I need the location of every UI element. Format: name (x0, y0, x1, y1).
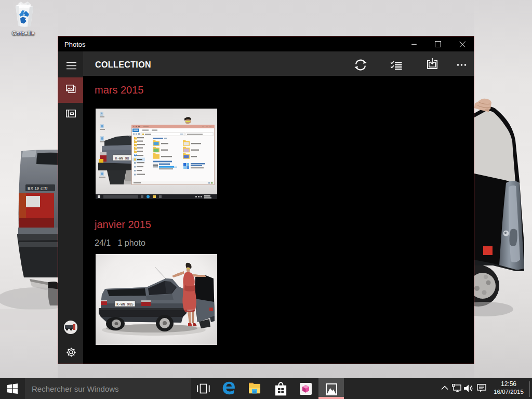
svg-text:K-WN 98: K-WN 98 (115, 157, 129, 161)
svg-text:BX 19: BX 19 (28, 186, 39, 191)
svg-text:GTi: GTi (41, 186, 48, 191)
svg-text:K-WN 985: K-WN 985 (116, 302, 134, 307)
